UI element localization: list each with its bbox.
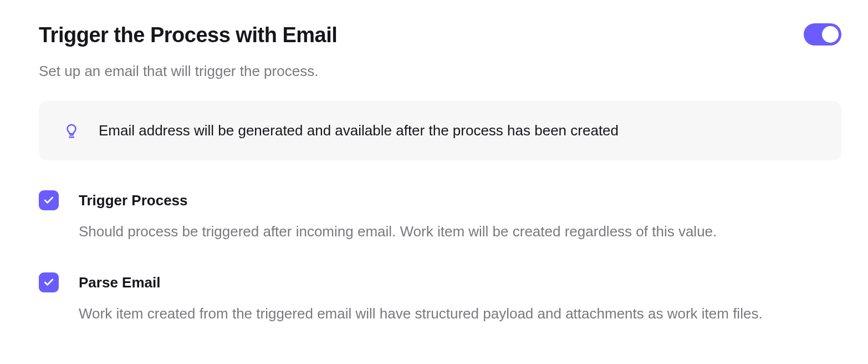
option-parse-email: Parse Email Work item created from the t… [39, 272, 841, 325]
option-parse-email-content: Parse Email Work item created from the t… [79, 272, 841, 325]
option-trigger-process: Trigger Process Should process be trigge… [39, 190, 841, 242]
option-parse-email-label: Parse Email [79, 272, 841, 292]
title-block: Trigger the Process with Email Set up an… [39, 23, 337, 80]
page-subtitle: Set up an email that will trigger the pr… [39, 63, 337, 80]
page-title: Trigger the Process with Email [39, 23, 337, 47]
option-trigger-process-label: Trigger Process [79, 190, 841, 210]
checkbox-trigger-process[interactable] [39, 190, 59, 210]
header-row: Trigger the Process with Email Set up an… [39, 23, 841, 80]
option-trigger-process-content: Trigger Process Should process be trigge… [79, 190, 841, 242]
enable-toggle[interactable] [804, 23, 841, 46]
check-icon [43, 277, 54, 288]
info-text: Email address will be generated and avai… [99, 122, 619, 139]
checkbox-parse-email[interactable] [39, 272, 59, 292]
check-icon [43, 195, 54, 206]
info-panel: Email address will be generated and avai… [39, 101, 841, 160]
option-parse-email-description: Work item created from the triggered ema… [79, 302, 841, 325]
lightbulb-icon [63, 123, 80, 139]
option-trigger-process-description: Should process be triggered after incomi… [79, 220, 841, 242]
